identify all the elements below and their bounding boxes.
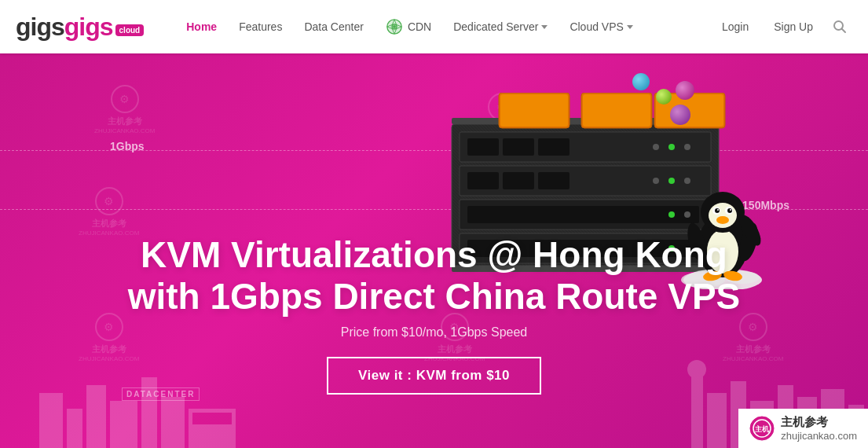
hero-content: KVM Virtualizations @ Hong Kong with 1Gb…: [0, 234, 868, 395]
svg-point-3: [393, 25, 396, 28]
svg-line-5: [842, 29, 846, 33]
svg-rect-67: [161, 397, 185, 448]
search-button[interactable]: [827, 14, 852, 39]
svg-point-53: [727, 208, 732, 213]
watermark-2: ⚙ 主机参考 ZHUJICANKAO.COM: [79, 187, 139, 237]
svg-point-13: [653, 144, 659, 150]
nav-right: Login Sign Up: [711, 14, 852, 39]
hero-subtitle: Price from $10/mo, 1Gbps Speed: [0, 325, 868, 340]
svg-point-54: [717, 209, 719, 211]
svg-rect-72: [707, 393, 727, 448]
svg-rect-17: [467, 172, 499, 189]
svg-rect-18: [503, 172, 534, 189]
bottom-badge: 主机 主机参考 zhujicankao.com: [738, 409, 868, 448]
logo-cloud-badge: cloud: [115, 24, 145, 36]
ball-pink: [676, 81, 694, 100]
svg-text:主机: 主机: [755, 424, 770, 433]
svg-rect-12: [538, 138, 570, 156]
navbar: gigsgigs cloud Home Features Data Center…: [0, 0, 868, 53]
svg-rect-65: [110, 401, 137, 448]
badge-text: 主机参考: [781, 415, 857, 430]
nav-signup[interactable]: Sign Up: [763, 14, 824, 39]
svg-rect-33: [500, 94, 568, 127]
svg-point-14: [668, 144, 675, 150]
svg-rect-63: [67, 409, 82, 448]
nav-cdn-label: CDN: [408, 20, 431, 33]
nav-home[interactable]: Home: [175, 14, 228, 39]
badge-url: zhujicankao.com: [781, 430, 857, 442]
nav-dedicated[interactable]: Dedicated Server: [442, 14, 559, 39]
badge-logo-icon: 主机: [749, 416, 775, 441]
hero-section: 1Gbps 150Mbps ⚙ 主机参考 ZHUJICANKAO.COM ⚙ 主…: [0, 53, 868, 448]
svg-point-49: [709, 203, 737, 228]
svg-rect-24: [467, 206, 699, 223]
nav-cdn[interactable]: CDN: [375, 12, 442, 42]
nav-login[interactable]: Login: [711, 14, 760, 39]
svg-rect-64: [86, 385, 106, 448]
nav-dedicated-label: Dedicated Server: [453, 20, 538, 33]
svg-point-15: [684, 144, 690, 150]
svg-point-56: [716, 216, 729, 224]
nav-cloudvps-label: Cloud VPS: [570, 20, 623, 33]
nav-datacenter[interactable]: Data Center: [293, 14, 374, 39]
logo-part2: gigs: [64, 13, 113, 41]
svg-rect-10: [467, 138, 499, 156]
nav-features[interactable]: Features: [228, 14, 293, 39]
chevron-down-icon: [627, 25, 633, 29]
chevron-down-icon: [541, 25, 548, 29]
nav-links: Home Features Data Center CDN Dedicated …: [175, 12, 711, 42]
svg-rect-19: [538, 172, 570, 189]
watermark-1: ⚙ 主机参考 ZHUJICANKAO.COM: [94, 85, 155, 134]
svg-point-52: [715, 208, 720, 213]
svg-rect-69: [192, 413, 232, 424]
logo-part1: gigs: [16, 13, 64, 41]
nav-cloudvps[interactable]: Cloud VPS: [559, 14, 643, 39]
svg-rect-36: [583, 94, 650, 127]
svg-point-55: [730, 209, 731, 211]
line-1gbps-label: 1Gbps: [110, 140, 145, 152]
hero-cta-button[interactable]: View it : KVM from $10: [327, 357, 541, 395]
hero-title: KVM Virtualizations @ Hong Kong with 1Gb…: [0, 234, 868, 318]
ball-purple: [670, 105, 690, 125]
svg-rect-62: [39, 393, 63, 448]
svg-rect-11: [503, 138, 534, 156]
ball-green: [656, 89, 672, 105]
svg-point-20: [653, 178, 659, 184]
search-icon: [833, 20, 847, 34]
ball-blue: [632, 73, 650, 90]
logo[interactable]: gigsgigs cloud: [16, 14, 144, 39]
